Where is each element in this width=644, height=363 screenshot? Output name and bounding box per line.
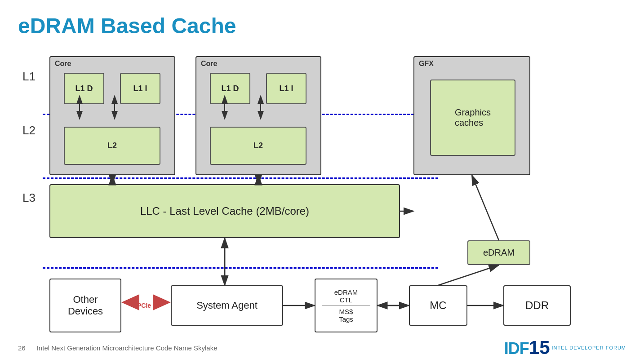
core1-box: Core L1 D L1 I L2 [49,56,175,175]
l1-label: L1 [22,70,36,84]
idf-logo: IDF 15 INTEL DEVELOPER FORUM [504,337,626,359]
gfx-box: GFX Graphics caches [413,56,530,175]
other-devices-box: Other Devices [49,279,121,332]
idf-subtitle: INTEL DEVELOPER FORUM [552,345,626,350]
dotted-line-2 [43,177,438,179]
footer-description: Intel Next Generation Microarchitecture … [37,344,218,352]
pcie-label: PCIe [137,302,151,309]
core1-l2: L2 [64,127,160,165]
dotted-line-3 [43,267,438,269]
core1-label: Core [55,60,71,68]
gfx-label: GFX [419,60,434,68]
core2-l1i: L1 I [266,73,306,104]
core2-l2: L2 [210,127,306,165]
core2-box: Core L1 D L1 I L2 [195,56,321,175]
ddr-box: DDR [503,285,571,326]
idf-year: 15 [529,337,550,359]
core1-l1d: L1 D [64,73,104,104]
llc-box: LLC - Last Level Cache (2MB/core) [49,184,400,238]
page-number: 26 [18,344,26,352]
edramctl-to-edram-arrow [438,265,499,285]
l3-label: L3 [22,191,36,205]
edram-to-gfx-arrow [472,175,499,240]
idf-text: IDF [504,339,529,358]
footer-left: 26 Intel Next Generation Microarchitectu… [18,344,218,352]
l2-label: L2 [22,124,36,137]
pcie-right-arrow [153,294,171,310]
edram-box: eDRAM [467,240,530,265]
slide: eDRAM Based Cache L1 L2 L3 Core L1 D L1 … [0,0,644,363]
edram-ctl-box: eDRAM CTL MS$ Tags [315,279,378,332]
pcie-left-arrow [121,294,139,310]
core1-l1i: L1 I [120,73,160,104]
diagram-area: L1 L2 L3 Core L1 D L1 I L2 Core L1 D L1 … [18,47,626,344]
mc-box: MC [409,285,467,326]
system-agent-box: System Agent [171,285,283,326]
graphics-caches-box: Graphics caches [430,80,515,156]
core2-label: Core [201,60,217,68]
footer: 26 Intel Next Generation Microarchitectu… [18,337,626,359]
slide-title: eDRAM Based Cache [18,13,626,38]
core2-l1d: L1 D [210,73,250,104]
